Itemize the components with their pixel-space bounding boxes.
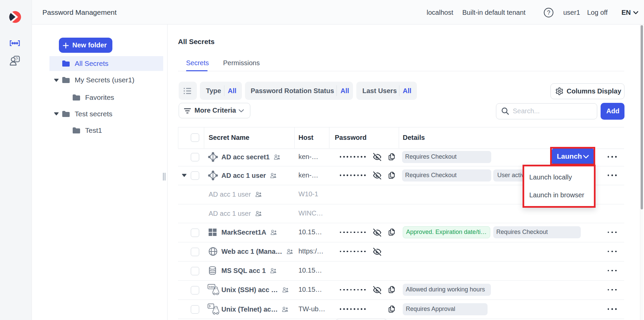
svg-text:SSH: SSH bbox=[209, 285, 214, 288]
svg-text:?: ? bbox=[15, 56, 18, 62]
svg-text:?: ? bbox=[547, 9, 550, 16]
